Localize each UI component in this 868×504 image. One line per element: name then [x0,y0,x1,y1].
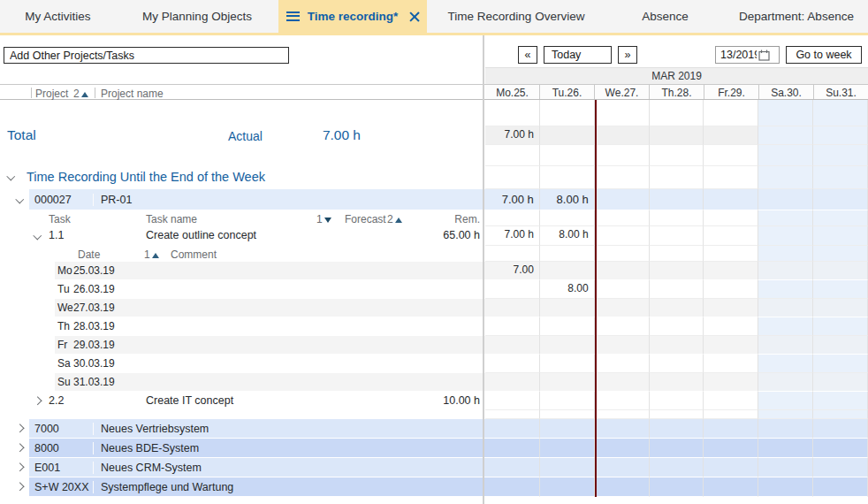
day-cell[interactable] [704,126,758,145]
day-cell[interactable] [813,246,868,262]
day-cell[interactable] [595,299,650,317]
date-row[interactable]: Tu26.03.19 8.00 [0,280,868,299]
tab-my-planning-objects[interactable]: My Planning Objects [116,0,278,33]
calendar-icon[interactable] [758,50,770,61]
task-row[interactable]: 2.2 Create IT concept 10.00 h [0,392,868,410]
day-cell[interactable] [540,100,595,126]
day-cell[interactable] [704,355,758,373]
day-cell[interactable] [595,439,650,458]
day-cell[interactable] [758,439,813,458]
day-cell[interactable] [813,210,868,226]
day-cell[interactable] [485,373,540,392]
day-cell[interactable] [650,166,704,189]
sort-2-indicator[interactable]: 2 [387,213,402,225]
go-to-week-button[interactable]: Go to week [786,46,862,64]
day-cell[interactable] [704,458,758,477]
day-cell[interactable] [758,477,813,497]
day-cell[interactable] [650,226,704,246]
day-cell[interactable] [595,419,650,439]
day-cell[interactable] [650,355,704,373]
day-cell[interactable] [595,477,650,497]
day-cell[interactable] [540,166,595,189]
day-cell[interactable] [758,373,813,392]
day-cell[interactable] [650,373,704,392]
day-cell[interactable] [813,458,868,477]
day-cell[interactable] [595,226,650,246]
sort-1-indicator[interactable]: 1 [316,213,331,225]
day-cell[interactable] [758,299,813,317]
project-row[interactable]: S+W 20XXSystempflege und Wartung [0,477,868,497]
day-cell[interactable] [650,280,704,299]
day-cell[interactable] [813,226,868,246]
chevron-right-icon[interactable] [16,424,24,432]
day-cell[interactable] [704,280,758,299]
day-cell[interactable] [704,145,758,166]
day-cell[interactable] [650,410,704,419]
day-cell[interactable] [650,458,704,477]
day-cell[interactable] [485,439,540,458]
day-cell[interactable] [758,410,813,419]
day-cell[interactable] [650,189,704,210]
project-row[interactable]: E001Neues CRM-System [0,458,868,477]
forecast-column-header[interactable]: Forecast [345,213,386,225]
day-cell[interactable] [650,299,704,317]
chevron-down-icon[interactable] [34,232,42,240]
previous-week-button[interactable]: « [518,46,537,64]
comment-column-header[interactable]: Comment [171,248,217,261]
day-cell[interactable] [485,419,540,439]
day-cell[interactable] [813,100,868,126]
day-cell[interactable] [758,226,813,246]
day-cell[interactable] [813,336,868,355]
task-name-column-header[interactable]: Task name [146,213,197,225]
chevron-right-icon[interactable] [34,397,42,405]
day-cell[interactable] [540,299,595,317]
day-cell[interactable]: 8.00 [540,280,595,299]
day-cell[interactable] [595,210,650,226]
day-cell[interactable] [595,280,650,299]
day-cell[interactable] [704,439,758,458]
day-cell[interactable] [758,166,813,189]
today-button[interactable]: Today [544,46,612,64]
day-cell[interactable] [704,317,758,336]
day-cell[interactable] [485,100,540,126]
day-cell[interactable] [758,145,813,166]
project-row[interactable]: 7000Neues Vertriebsystem [0,419,868,439]
day-cell[interactable] [650,317,704,336]
day-cell[interactable] [758,100,813,126]
day-cell[interactable] [758,458,813,477]
day-cell[interactable] [595,410,650,419]
day-cell[interactable] [813,126,868,145]
day-cell[interactable] [485,458,540,477]
task-row[interactable]: 1.1 Create outline concept 65.00 h 7.00 … [0,226,868,246]
day-cell[interactable] [813,410,868,419]
day-cell[interactable] [813,280,868,299]
day-cell[interactable] [650,100,704,126]
day-cell[interactable] [595,392,650,410]
day-cell[interactable] [540,262,595,280]
day-cell[interactable] [485,210,540,226]
day-cell[interactable] [704,226,758,246]
day-cell[interactable] [704,299,758,317]
day-cell[interactable]: 7.00 h [485,126,540,145]
day-cell[interactable] [758,355,813,373]
tab-my-activities[interactable]: My Activities [0,0,116,33]
day-cell[interactable] [485,336,540,355]
chevron-down-icon[interactable] [16,195,24,203]
date-row[interactable]: Th28.03.19 [0,317,868,336]
day-cell[interactable] [540,317,595,336]
day-cell[interactable] [704,210,758,226]
date-sort-indicator[interactable]: 1 [144,248,159,261]
day-cell[interactable] [540,145,595,166]
day-cell[interactable] [813,477,868,497]
date-row[interactable]: Sa30.03.19 [0,355,868,373]
date-row[interactable]: We27.03.19 [0,299,868,317]
day-cell[interactable] [813,166,868,189]
day-cell[interactable] [758,317,813,336]
tab-time-recording[interactable]: Time recording* [278,0,427,33]
day-cell[interactable] [540,246,595,262]
day-cell[interactable] [540,126,595,145]
day-cell[interactable] [650,419,704,439]
day-cell[interactable] [540,210,595,226]
day-cell[interactable] [540,419,595,439]
task-column-header[interactable]: Task [49,213,71,225]
